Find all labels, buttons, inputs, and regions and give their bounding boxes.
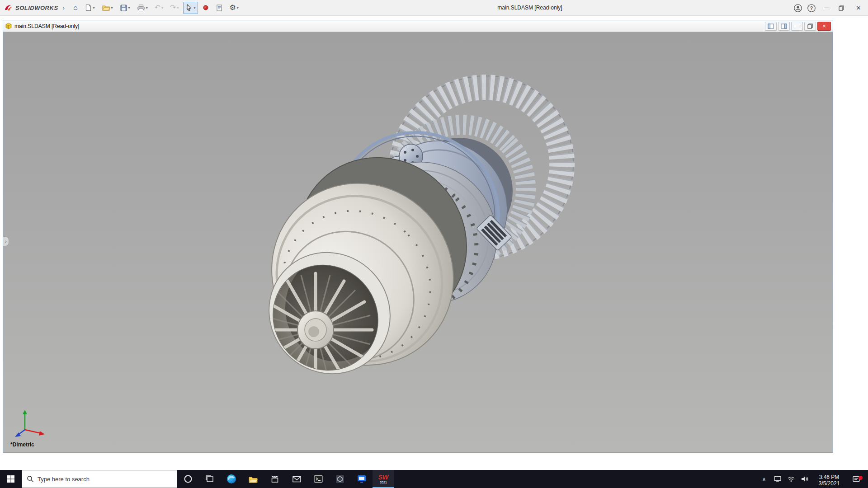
feature-tree-flyout-tab[interactable]: ›: [3, 236, 9, 246]
display-tray-button[interactable]: [771, 470, 784, 488]
document-title: main.SLDASM [Read-only]: [14, 23, 79, 29]
start-button[interactable]: [0, 470, 22, 488]
app-window-controls: ? ×: [791, 0, 868, 16]
feature-pane-toggle-button[interactable]: [778, 22, 790, 31]
volume-tray-button[interactable]: [798, 470, 811, 488]
view-orientation-label: *Dimetric: [10, 441, 34, 448]
solidworks-logo: SOLIDWORKS: [0, 3, 58, 12]
doc-minimize-button[interactable]: [791, 22, 803, 31]
gear-icon: ⚙: [230, 4, 236, 11]
doc-close-button[interactable]: ×: [817, 22, 831, 31]
task-view-button[interactable]: [199, 470, 221, 488]
media-app-button[interactable]: [351, 470, 373, 488]
graphics-viewport[interactable]: *Dimetric ›: [3, 32, 833, 452]
save-button[interactable]: ▾: [118, 2, 132, 14]
pane-right-icon: [781, 23, 787, 29]
edge-browser-button[interactable]: [221, 470, 242, 488]
home-button[interactable]: ⌂: [71, 2, 80, 14]
monitor-app-icon: [357, 474, 367, 483]
engine-3d-model[interactable]: [3, 32, 833, 452]
split-pane-icon: [768, 23, 774, 29]
app-titlebar: SOLIDWORKS › ⌂ ▾ ▾ ▾: [0, 0, 868, 16]
microsoft-store-button[interactable]: [264, 470, 286, 488]
file-properties-icon: [216, 4, 223, 12]
app-window-title: main.SLDASM [Read-only]: [462, 5, 598, 11]
network-tray-button[interactable]: [784, 470, 798, 488]
save-icon: [120, 4, 127, 12]
minimize-icon: [824, 8, 829, 8]
assembly-document-icon: [5, 23, 12, 30]
system-tray: ∧ 3:46 PM 3/5/2021: [757, 470, 868, 488]
windows-logo-icon: [7, 475, 15, 483]
cortana-icon: [184, 474, 193, 483]
hexagon-app-icon: [335, 474, 345, 484]
open-button[interactable]: ▾: [99, 2, 115, 14]
print-button[interactable]: ▾: [135, 2, 150, 14]
display-pane-toggle-button[interactable]: [765, 22, 777, 31]
taskbar-clock[interactable]: 3:46 PM 3/5/2021: [811, 472, 847, 487]
home-icon: ⌂: [73, 4, 78, 11]
undo-icon: ↶: [155, 4, 160, 11]
search-icon: [27, 475, 34, 483]
minimize-icon: [795, 26, 800, 26]
mail-button[interactable]: [286, 470, 307, 488]
clock-time: 3:46 PM: [811, 474, 847, 480]
select-tool-button[interactable]: ▾: [183, 2, 198, 14]
terminal-button[interactable]: [307, 470, 329, 488]
solidworks-taskbar-button[interactable]: SW 2021: [373, 470, 394, 488]
account-button[interactable]: [791, 0, 805, 16]
solidworks-logo-icon: [4, 3, 14, 12]
dropdown-icon[interactable]: ▾: [177, 6, 179, 10]
undo-button[interactable]: ↶ ▾: [152, 2, 165, 14]
hidden-icons-button[interactable]: ∧: [757, 470, 771, 488]
file-explorer-button[interactable]: [242, 470, 264, 488]
close-icon: ×: [822, 23, 826, 29]
clock-date: 3/5/2021: [811, 480, 847, 487]
rebuild-button[interactable]: [200, 2, 211, 14]
app-minimize-button[interactable]: [818, 0, 834, 16]
app-close-button[interactable]: ×: [849, 0, 868, 16]
close-icon: ×: [856, 4, 861, 13]
help-icon: ?: [807, 4, 816, 13]
viewer-app-button[interactable]: [329, 470, 351, 488]
orientation-triad[interactable]: [12, 408, 48, 440]
new-document-icon: [85, 4, 92, 12]
solidworks-app-icon: SW 2021: [378, 474, 389, 484]
select-cursor-icon: [185, 4, 193, 12]
document-titlebar[interactable]: main.SLDASM [Read-only] ×: [3, 20, 833, 32]
file-properties-button[interactable]: [213, 2, 225, 14]
svg-text:?: ?: [810, 5, 813, 10]
redo-icon: ↷: [170, 4, 176, 11]
doc-restore-button[interactable]: [804, 22, 816, 31]
rebuild-traffic-light-icon: [203, 4, 209, 11]
print-icon: [137, 4, 145, 12]
dropdown-icon[interactable]: ▾: [146, 6, 148, 10]
app-maximize-button[interactable]: [834, 0, 849, 16]
toolbar-expand-chevron[interactable]: ›: [63, 5, 65, 11]
terminal-icon: [313, 474, 323, 483]
dropdown-icon[interactable]: ▾: [237, 6, 239, 10]
dropdown-icon[interactable]: ▾: [193, 6, 195, 10]
options-button[interactable]: ⚙ ▾: [227, 2, 241, 14]
file-explorer-icon: [248, 475, 258, 483]
dropdown-icon[interactable]: ▾: [111, 6, 113, 10]
dropdown-icon[interactable]: ▾: [128, 6, 130, 10]
wifi-icon: [787, 475, 795, 483]
mail-icon: [292, 475, 302, 483]
dropdown-icon[interactable]: ▾: [161, 6, 163, 10]
search-input[interactable]: [38, 476, 172, 483]
edge-icon: [226, 474, 236, 484]
new-document-button[interactable]: ▾: [82, 2, 97, 14]
user-account-icon: [793, 4, 802, 13]
notification-badge: [859, 476, 863, 480]
speaker-icon: [801, 475, 809, 483]
help-button[interactable]: ?: [805, 0, 818, 16]
chevron-up-icon: ∧: [762, 476, 766, 482]
action-center-button[interactable]: [847, 475, 866, 483]
redo-button[interactable]: ↷ ▾: [168, 2, 181, 14]
taskbar-search[interactable]: [22, 470, 177, 488]
restore-icon: [807, 23, 813, 29]
solidworks-badge-text: SW: [378, 474, 389, 480]
dropdown-icon[interactable]: ▾: [93, 6, 95, 10]
cortana-button[interactable]: [177, 470, 199, 488]
